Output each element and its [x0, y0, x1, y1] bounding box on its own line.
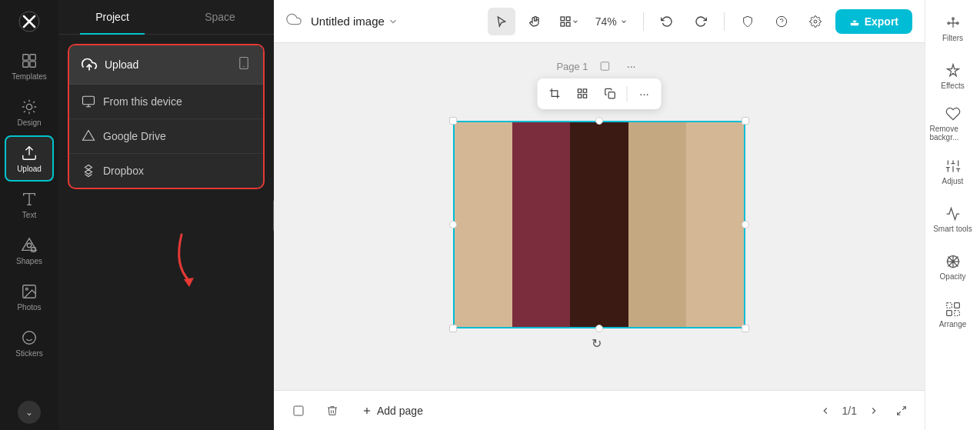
svg-rect-35 [583, 95, 586, 98]
hand-tool-button[interactable] [522, 8, 549, 35]
arrange-icon [945, 302, 961, 317]
handle-bottom-right[interactable] [742, 325, 749, 332]
zoom-control[interactable]: 74% [589, 11, 634, 32]
export-icon [849, 16, 860, 27]
color-strip-3 [570, 122, 628, 327]
handle-bottom-left[interactable] [449, 325, 457, 332]
page-settings-button[interactable] [286, 398, 311, 423]
handle-middle-right[interactable] [742, 221, 749, 228]
prev-page-button[interactable] [815, 400, 836, 422]
rotate-handle[interactable]: ↻ [592, 336, 607, 352]
crop-button[interactable] [542, 82, 567, 106]
canvas-bottombar: Add page 1/1 [274, 390, 925, 430]
svg-point-14 [25, 288, 28, 290]
canvas-content[interactable]: Page 1 ··· [274, 43, 925, 390]
svg-rect-59 [954, 302, 959, 308]
duplicate-button[interactable] [598, 82, 622, 106]
svg-rect-33 [578, 89, 581, 92]
document-title[interactable]: Untitled image [311, 15, 398, 28]
grid-view-button[interactable] [570, 82, 595, 106]
add-page-button[interactable]: Add page [354, 400, 431, 422]
help-button[interactable] [768, 8, 795, 35]
shield-icon-button[interactable] [734, 8, 762, 35]
chevron-down-icon [572, 18, 579, 25]
color-strip-1 [455, 122, 512, 327]
app-logo[interactable] [14, 6, 45, 37]
selected-image-container[interactable]: ··· ↻ [453, 121, 745, 328]
filters-tool[interactable]: Filters [930, 6, 976, 51]
tab-project[interactable]: Project [58, 0, 166, 34]
dropbox-button[interactable]: Dropbox [69, 154, 263, 188]
handle-middle-left[interactable] [449, 221, 457, 228]
canvas-topbar: Untitled image [274, 0, 925, 43]
remove-bg-tool[interactable]: Remove backgr... [930, 102, 976, 146]
floating-toolbar: ··· [538, 78, 662, 109]
sidebar-item-text[interactable]: Text [5, 182, 54, 228]
view-options-button[interactable] [555, 8, 583, 35]
sidebar-item-photos[interactable]: Photos [5, 274, 54, 320]
upload-panel: Project Space Upload [58, 0, 274, 430]
more-options-button[interactable]: ··· [632, 82, 657, 106]
right-panel: Filters Effects Remove backgr... Adjust [925, 0, 980, 430]
sidebar-item-shapes[interactable]: Shapes [5, 228, 54, 274]
phone-icon [237, 56, 251, 73]
page-navigation: 1/1 [815, 400, 912, 422]
effects-tool[interactable]: Effects [930, 54, 976, 98]
svg-rect-38 [294, 406, 303, 415]
google-drive-icon [82, 129, 95, 143]
svg-rect-27 [566, 22, 570, 26]
svg-rect-61 [954, 310, 959, 315]
svg-rect-6 [30, 61, 35, 66]
svg-rect-34 [583, 89, 586, 92]
handle-top-right[interactable] [742, 117, 749, 125]
toolbar-divider [627, 86, 628, 102]
toolbar-divider-2 [724, 12, 725, 31]
dropbox-icon [82, 164, 95, 178]
monitor-icon [82, 95, 95, 108]
color-palette-image [453, 121, 745, 328]
select-tool-button[interactable] [488, 8, 515, 35]
undo-button[interactable] [653, 8, 681, 35]
opacity-tool[interactable]: Opacity [930, 245, 976, 289]
from-device-button[interactable]: From this device [69, 85, 263, 119]
svg-rect-25 [561, 17, 565, 21]
svg-point-15 [23, 331, 36, 344]
panel-tabs: Project Space [58, 0, 274, 35]
svg-rect-5 [23, 61, 28, 66]
arrange-tool[interactable]: Arrange [930, 292, 976, 337]
sidebar-item-upload[interactable]: Upload [5, 135, 54, 182]
sidebar-item-design[interactable]: Design [5, 89, 54, 135]
sidebar-item-templates[interactable]: Templates [5, 43, 54, 89]
page-indicator: 1/1 [842, 405, 857, 417]
upload-main-button[interactable]: Upload [69, 45, 263, 85]
svg-rect-21 [83, 96, 95, 105]
topbar-tools: 74% [488, 8, 912, 35]
adjust-tool[interactable]: Adjust [930, 149, 976, 194]
export-button[interactable]: Export [835, 9, 912, 34]
delete-page-button[interactable] [320, 398, 345, 423]
svg-point-7 [26, 104, 32, 109]
add-icon [362, 405, 372, 416]
sidebar-bottom: ⌄ [18, 401, 41, 424]
next-page-button[interactable] [863, 400, 885, 422]
page-thumbnail-button[interactable] [595, 55, 616, 77]
redo-button[interactable] [687, 8, 715, 35]
settings-button[interactable] [802, 8, 829, 35]
opacity-icon [945, 254, 961, 269]
page-label: Page 1 ··· [556, 55, 642, 77]
svg-rect-28 [561, 22, 565, 26]
expand-button[interactable] [891, 400, 912, 422]
svg-line-42 [898, 412, 901, 415]
upload-icon [82, 57, 97, 72]
sidebar-more-button[interactable]: ⌄ [18, 401, 41, 424]
sidebar-item-stickers[interactable]: Stickers [5, 320, 54, 366]
handle-top-left[interactable] [449, 117, 457, 125]
tab-space[interactable]: Space [166, 0, 274, 34]
handle-bottom-middle[interactable] [595, 325, 603, 332]
page-more-button[interactable]: ··· [621, 55, 642, 77]
smart-tools-tool[interactable]: Smart tools [930, 197, 976, 242]
handle-top-middle[interactable] [595, 117, 603, 125]
google-drive-button[interactable]: Google Drive [69, 119, 263, 154]
color-strip-5 [686, 122, 744, 327]
canvas-area: Untitled image [274, 0, 925, 430]
